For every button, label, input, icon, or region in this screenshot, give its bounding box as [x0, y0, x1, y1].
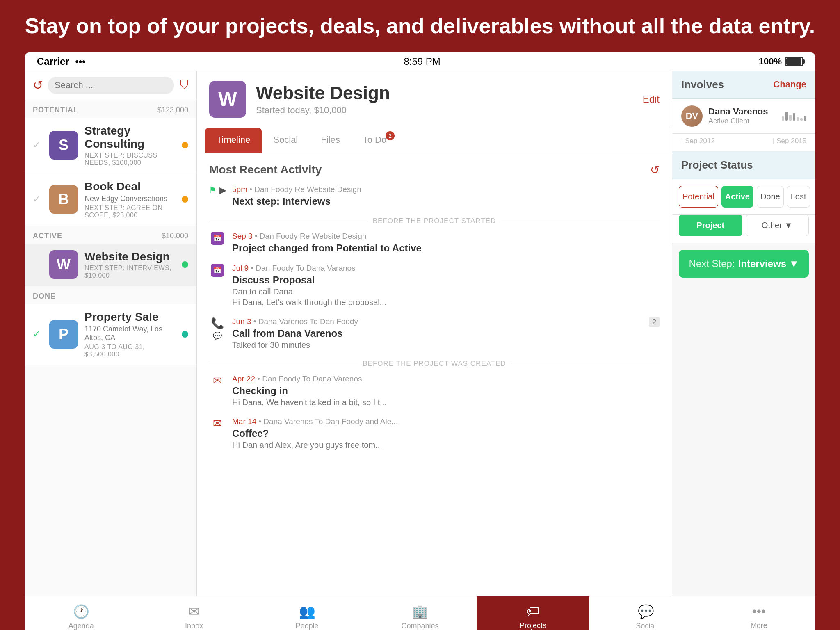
list-item[interactable]: ✓ P Property Sale 1170 Camelot Way, Los …: [25, 304, 196, 365]
project-status-section: Project Status: [672, 151, 815, 179]
next-step-button[interactable]: Next Step: Interviews ▼: [679, 250, 809, 278]
timeline-range: | Sep 2012 | Sep 2015: [672, 134, 815, 151]
entry-content: Mar 14 • Dana Varenos To Dan Foody and A…: [232, 417, 660, 450]
todo-badge: 2: [386, 131, 395, 140]
list-item: ⚑ ▶ 5pm • Dan Foody Re Website Design Ne…: [209, 185, 660, 207]
nav-item-social[interactable]: 💬 Social: [589, 596, 702, 630]
edit-link[interactable]: Edit: [643, 94, 660, 105]
status-grid: Potential Active Done Lost: [672, 179, 815, 215]
chevron-down-icon: ▼: [785, 221, 793, 230]
device-frame: Carrier ••• 8:59 PM 100% ↺ ⛉ POTENTIAL $…: [25, 52, 815, 630]
status-done-btn[interactable]: Done: [757, 186, 784, 208]
battery-area: 100%: [759, 56, 803, 67]
filter-icon[interactable]: ⛉: [179, 78, 190, 92]
person-role: Active Client: [708, 117, 768, 126]
status-active-btn[interactable]: Active: [721, 186, 753, 208]
chat-icon: 💬: [638, 604, 654, 619]
wifi-icon: •••: [75, 56, 85, 67]
nav-item-people[interactable]: 👥 People: [251, 596, 363, 630]
project-info: Strategy Consulting NEXT STEP: DISCUSS N…: [84, 124, 175, 167]
list-item[interactable]: ✓ W Website Design NEXT STEP: INTERVIEWS…: [25, 244, 196, 286]
list-item: 📞 💬 Jun 3 • Dana Varenos To Dan Foody 2: [209, 317, 660, 350]
status-lost-btn[interactable]: Lost: [787, 186, 810, 208]
change-link[interactable]: Change: [773, 79, 806, 90]
section-active-amount: $10,000: [162, 232, 188, 240]
project-subtitle: Started today, $10,000: [256, 105, 633, 116]
timeline-end: | Sep 2015: [773, 137, 806, 145]
clock-icon: 🕐: [73, 604, 89, 619]
person-name: Dana Varenos: [708, 106, 768, 117]
nav-item-agenda[interactable]: 🕐 Agenda: [25, 596, 137, 630]
timeline-icon-cal: 📅: [209, 232, 226, 254]
section-active-header: ACTIVE $10,000: [25, 226, 196, 244]
banner-text: Stay on top of your projects, deals, and…: [25, 14, 815, 38]
avatar: S: [49, 131, 78, 160]
tab-timeline[interactable]: Timeline: [205, 128, 262, 153]
entry-content: Jul 9 • Dan Foody To Dana Varanos Discus…: [232, 264, 660, 307]
activity-area: Most Recent Activity ↺ ⚑ ▶ 5pm •: [197, 153, 672, 596]
nav-item-companies[interactable]: 🏢 Companies: [363, 596, 476, 630]
involves-title: Involves: [681, 78, 724, 91]
timeline-icon-email: ✉: [209, 374, 226, 407]
section-divider: BEFORE THE PROJECT WAS CREATED: [209, 360, 660, 368]
nav-item-inbox[interactable]: ✉ Inbox: [137, 596, 250, 630]
check-icon: ✓: [33, 329, 43, 340]
entry-content: Apr 22 • Dan Foody To Dana Varenos Check…: [232, 374, 660, 407]
project-info: Property Sale 1170 Camelot Way, Los Alto…: [84, 310, 175, 358]
type-grid: Project Other ▼: [672, 215, 815, 243]
list-item[interactable]: ✓ S Strategy Consulting NEXT STEP: DISCU…: [25, 118, 196, 173]
search-input[interactable]: [48, 77, 174, 94]
entry-content: Sep 3 • Dan Foody Re Website Design Proj…: [232, 232, 660, 254]
carrier-label: Carrier •••: [37, 56, 86, 67]
tab-todo[interactable]: To Do 2: [352, 128, 398, 153]
building-icon: 🏢: [412, 604, 428, 619]
status-dot: [182, 196, 188, 203]
status-dot: [182, 331, 188, 338]
time-display: 8:59 PM: [404, 56, 440, 67]
dots-icon: •••: [752, 604, 766, 619]
section-active-label: ACTIVE: [33, 232, 62, 240]
status-bar: Carrier ••• 8:59 PM 100%: [25, 52, 815, 71]
timeline-icon-phone: 📞 💬: [209, 317, 226, 350]
status-potential-btn[interactable]: Potential: [679, 186, 718, 208]
list-item: 📅 Sep 3 • Dan Foody Re Website Design Pr…: [209, 232, 660, 254]
type-project-btn[interactable]: Project: [679, 215, 742, 236]
section-potential-label: POTENTIAL: [33, 106, 78, 114]
next-step-value: Interviews ▼: [738, 258, 799, 269]
refresh-icon[interactable]: ↺: [33, 78, 43, 92]
tab-files[interactable]: Files: [309, 128, 351, 153]
section-divider: BEFORE THE PROJECT STARTED: [209, 217, 660, 225]
avatar: B: [49, 185, 78, 214]
nav-item-projects[interactable]: 🏷 Projects: [477, 596, 589, 630]
avatar: P: [49, 320, 78, 349]
type-other-btn[interactable]: Other ▼: [746, 215, 809, 236]
status-dot: [182, 261, 188, 268]
entry-badge: 2: [649, 317, 660, 327]
people-icon: 👥: [299, 604, 315, 619]
activity-header: Most Recent Activity ↺: [209, 163, 660, 177]
activity-bars: [782, 112, 806, 121]
app-layout: ↺ ⛉ POTENTIAL $123,000 ✓ S Strategy Cons…: [25, 71, 815, 596]
refresh-activity-icon[interactable]: ↺: [650, 163, 660, 177]
timeline-icon-step: ⚑ ▶: [209, 185, 226, 207]
list-item[interactable]: ✓ B Book Deal New Edgy Conversations NEX…: [25, 173, 196, 226]
tab-social[interactable]: Social: [262, 128, 309, 153]
activity-title: Most Recent Activity: [209, 163, 322, 176]
section-potential-amount: $123,000: [158, 106, 188, 114]
section-done-header: DONE: [25, 286, 196, 304]
list-item: ✉ Apr 22 • Dan Foody To Dana Varenos Che…: [209, 374, 660, 407]
project-title: Website Design: [256, 83, 633, 103]
timeline-icon-email2: ✉: [209, 417, 226, 450]
project-title-area: Website Design Started today, $10,000: [256, 83, 633, 116]
top-banner: Stay on top of your projects, deals, and…: [0, 0, 840, 52]
timeline-start: | Sep 2012: [681, 137, 715, 145]
project-header: W Website Design Started today, $10,000 …: [197, 71, 672, 128]
envelope-icon: ✉: [189, 604, 200, 619]
avatar: W: [49, 250, 78, 279]
person-avatar: DV: [681, 105, 703, 127]
entry-content: 5pm • Dan Foody Re Website Design Next s…: [232, 185, 660, 207]
next-step-label: Next Step:: [689, 258, 735, 269]
section-potential-header: POTENTIAL $123,000: [25, 100, 196, 118]
nav-item-more[interactable]: ••• More: [703, 596, 815, 630]
project-info: Website Design NEXT STEP: INTERVIEWS, $1…: [84, 250, 175, 279]
